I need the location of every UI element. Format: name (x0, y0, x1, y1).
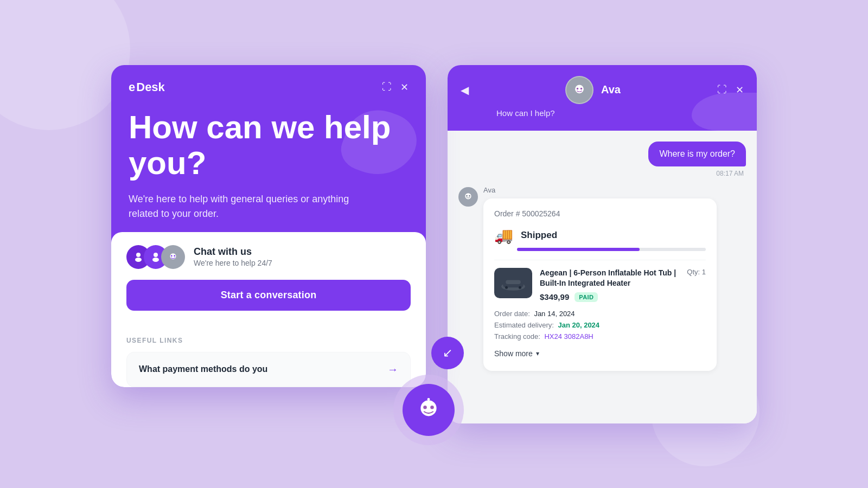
order-status-text: Shipped (521, 230, 557, 241)
svg-rect-20 (506, 280, 521, 284)
bot-message-content: Ava Order # 500025264 🚚 Shipped (483, 186, 717, 371)
show-more-row[interactable]: Show more ▾ (494, 349, 706, 360)
delivery-value: Jan 20, 2024 (558, 321, 599, 329)
product-price-row: $349,99 PAID (540, 292, 706, 302)
chat-header-top: ◀ Ava ⛶ ✕ (461, 76, 744, 104)
header-actions: ⛶ ✕ (382, 81, 409, 93)
shipping-icon: 🚚 (494, 227, 513, 245)
floating-bot-inner (403, 384, 455, 436)
tracking-label: Tracking code: (494, 332, 540, 341)
chat-body: Where is my order? 08:17 AM Ava Order (448, 131, 757, 423)
delivery-label: Estimated delivery: (494, 321, 554, 329)
start-conversation-button[interactable]: Start a conversation (126, 280, 411, 311)
paid-badge: PAID (575, 292, 598, 302)
progress-bar-container (517, 248, 706, 251)
product-name-qty-row: Aegean | 6-Person Inflatable Hot Tub | B… (540, 268, 706, 289)
product-image (494, 268, 532, 298)
progress-bar-bg (517, 248, 706, 251)
svg-point-8 (423, 405, 427, 409)
link-card-arrow-icon: → (387, 363, 398, 376)
link-card-text: What payment methods do you (139, 364, 267, 375)
bot-message-row: Ava Order # 500025264 🚚 Shipped (458, 186, 746, 371)
order-divider (494, 260, 706, 260)
svg-point-21 (505, 286, 508, 288)
chat-header: ◀ Ava ⛶ ✕ How (448, 65, 757, 131)
svg-point-5 (171, 255, 173, 256)
message-timestamp: 08:17 AM (458, 170, 746, 177)
order-date-row: Order date: Jan 14, 2024 (494, 310, 706, 318)
order-number: Order # 500025264 (494, 209, 706, 218)
svg-point-2 (154, 253, 158, 257)
useful-links-label: USEFUL LINKS (126, 337, 411, 344)
product-price: $349,99 (540, 292, 569, 301)
arrow-icon: ↙ (443, 346, 452, 360)
product-details: Aegean | 6-Person Inflatable Hot Tub | B… (540, 268, 706, 302)
agent-name: Ava (601, 84, 621, 96)
order-status-row: 🚚 Shipped (494, 227, 706, 245)
floating-bot (393, 375, 464, 445)
svg-point-22 (519, 286, 521, 288)
tracking-code-link[interactable]: HX24 3082A8H (544, 332, 593, 341)
hero-subtitle: We're here to help with general queries … (129, 192, 378, 221)
product-qty: Qty: 1 (687, 268, 706, 276)
show-more-chevron-icon: ▾ (536, 350, 539, 357)
svg-point-17 (469, 195, 470, 196)
chat-option-section: Chat with us We're here to help 24/7 Sta… (111, 232, 426, 326)
bot-avatar-small (458, 187, 478, 207)
agent-info: Ava (565, 76, 621, 104)
arrow-badge: ↙ (431, 337, 464, 369)
svg-point-0 (136, 253, 141, 257)
expand-icon[interactable]: ⛶ (382, 81, 392, 93)
order-meta: Order date: Jan 14, 2024 Estimated deliv… (494, 310, 706, 341)
useful-links-section: USEFUL LINKS What payment methods do you… (111, 326, 426, 387)
svg-point-6 (174, 255, 175, 256)
user-message-row: Where is my order? (458, 142, 746, 166)
avatar-bot (161, 245, 185, 269)
chat-option-text: Chat with us We're here to help 24/7 (194, 246, 272, 267)
chat-option-card: Chat with us We're here to help 24/7 (126, 245, 411, 269)
chat-option-title: Chat with us (194, 246, 272, 258)
close-icon[interactable]: ✕ (400, 81, 409, 93)
progress-bar-fill (517, 248, 640, 251)
svg-point-13 (577, 87, 579, 89)
chat-option-subtitle: We're here to help 24/7 (194, 259, 272, 267)
left-chat-panel: eDesk ⛶ ✕ How can we help you? We're her… (111, 65, 426, 387)
svg-point-14 (580, 87, 583, 89)
user-bubble: Where is my order? (648, 142, 746, 166)
logo-e: e (129, 80, 135, 94)
bot-sender-name: Ava (483, 186, 717, 194)
tracking-row: Tracking code: HX24 3082A8H (494, 332, 706, 341)
svg-point-16 (466, 195, 468, 196)
order-card: Order # 500025264 🚚 Shipped (483, 198, 717, 371)
floating-bot-outer (393, 375, 464, 445)
show-more-label: Show more (494, 349, 533, 358)
svg-point-1 (135, 258, 142, 262)
product-name: Aegean | 6-Person Inflatable Hot Tub | B… (540, 268, 682, 289)
edesk-logo: eDesk (129, 80, 165, 94)
svg-point-11 (427, 398, 430, 401)
order-date-label: Order date: (494, 310, 530, 318)
hero-section: How can we help you? We're here to help … (111, 94, 426, 232)
product-row: Aegean | 6-Person Inflatable Hot Tub | B… (494, 268, 706, 302)
order-date-value: Jan 14, 2024 (534, 310, 575, 318)
link-card-payment[interactable]: What payment methods do you → (126, 352, 411, 387)
back-button[interactable]: ◀ (461, 84, 469, 97)
logo-desk: Desk (136, 80, 165, 94)
delivery-row: Estimated delivery: Jan 20, 2024 (494, 321, 706, 329)
svg-point-9 (430, 405, 434, 409)
avatar-group (126, 245, 185, 269)
agent-avatar (565, 76, 593, 104)
right-chat-panel: ◀ Ava ⛶ ✕ How (448, 65, 757, 423)
svg-point-3 (152, 258, 159, 262)
